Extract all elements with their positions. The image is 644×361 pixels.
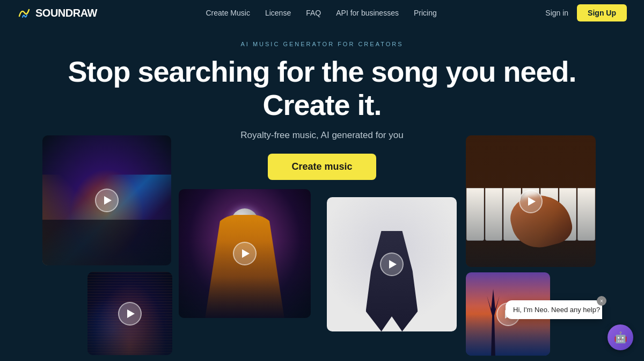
- concert-crowd-overlay: [42, 220, 171, 265]
- disco-person-decoration: [205, 215, 284, 318]
- logo[interactable]: SOUNDRAW: [17, 5, 97, 20]
- disco-ball-decoration: [231, 208, 258, 235]
- city-card[interactable]: [87, 272, 172, 355]
- create-music-cta-button[interactable]: Create music: [268, 154, 376, 180]
- nav-pricing[interactable]: Pricing: [414, 9, 437, 17]
- hero-tag: AI MUSIC GENERATOR FOR CREATORS: [0, 41, 644, 47]
- chat-avatar[interactable]: 🤖: [608, 324, 633, 350]
- sign-up-button[interactable]: Sign Up: [577, 4, 627, 21]
- piano-key: [485, 188, 503, 241]
- palm-silhouette: [482, 289, 503, 356]
- disco-play-button[interactable]: [233, 242, 257, 265]
- dancer-bg-overlay: [327, 197, 457, 331]
- nav-actions: Sign in Sign Up: [545, 4, 627, 21]
- disco-card[interactable]: [179, 189, 311, 318]
- sign-in-button[interactable]: Sign in: [545, 9, 568, 17]
- dancer-card[interactable]: [327, 197, 457, 331]
- card-gradient: [87, 272, 172, 355]
- chat-close-button[interactable]: ×: [597, 296, 606, 306]
- card-gradient: [179, 189, 311, 318]
- nav-create-music[interactable]: Create Music: [206, 9, 250, 17]
- nav-faq[interactable]: FAQ: [306, 9, 321, 17]
- dancer-play-button[interactable]: [380, 252, 404, 276]
- piano-play-button[interactable]: [519, 190, 543, 213]
- nav-api[interactable]: API for businesses: [336, 9, 399, 17]
- navbar: SOUNDRAW Create Music License FAQ API fo…: [0, 0, 644, 26]
- piano-hand-shape: [506, 188, 576, 254]
- concert-play-button[interactable]: [95, 189, 119, 212]
- nav-license[interactable]: License: [265, 9, 291, 17]
- city-play-button[interactable]: [118, 302, 142, 326]
- hero-subtitle: Royalty-free music, AI generated for you: [0, 130, 644, 141]
- piano-key: [559, 188, 577, 241]
- hero-section: AI MUSIC GENERATOR FOR CREATORS Stop sea…: [0, 26, 644, 191]
- nav-links: Create Music License FAQ API for busines…: [206, 9, 436, 17]
- piano-key: [466, 188, 484, 241]
- piano-key: [577, 188, 595, 241]
- piano-key: [522, 188, 540, 241]
- logo-text: SOUNDRAW: [35, 7, 97, 19]
- dancer-figure: [366, 231, 418, 332]
- chat-avatar-emoji: 🤖: [614, 331, 627, 344]
- piano-keys: [466, 188, 596, 241]
- chat-message: Hi, I'm Neo. Need any help?: [513, 306, 600, 314]
- city-lights-overlay: [87, 272, 172, 355]
- hero-title: Stop searching for the song you need. Cr…: [0, 55, 644, 121]
- chat-bubble: × Hi, I'm Neo. Need any help?: [506, 300, 602, 319]
- hero-title-line2: Create it.: [262, 89, 381, 121]
- piano-key: [540, 188, 558, 241]
- piano-key: [503, 188, 521, 241]
- hero-title-line1: Stop searching for the song you need.: [68, 55, 576, 88]
- soundraw-logo-icon: [17, 5, 32, 20]
